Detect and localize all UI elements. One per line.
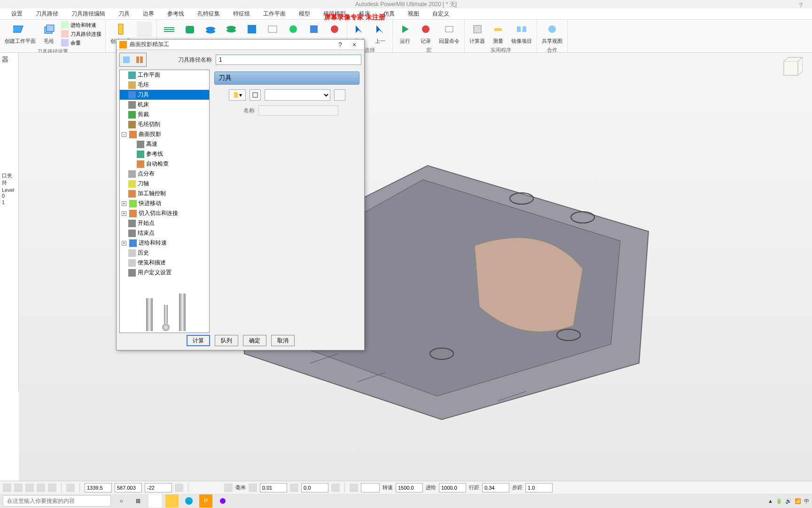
windows-search-input[interactable] bbox=[3, 495, 111, 507]
taskbar-app-1[interactable] bbox=[148, 494, 162, 508]
coord-y-input[interactable] bbox=[115, 483, 142, 492]
powermill-icon[interactable]: P bbox=[199, 494, 212, 508]
speed-input[interactable] bbox=[396, 483, 423, 492]
menu-pattern[interactable]: 参考线 bbox=[161, 8, 191, 19]
tree-item[interactable]: +快进移动 bbox=[120, 198, 209, 208]
mode-list-button[interactable] bbox=[133, 53, 146, 66]
tool-lock-button[interactable] bbox=[250, 89, 261, 101]
calculate-button[interactable]: 计算 bbox=[187, 335, 210, 346]
sb-input-extra[interactable] bbox=[361, 483, 380, 492]
grid-icon[interactable] bbox=[66, 484, 75, 492]
taskview-icon[interactable]: ⊞ bbox=[132, 494, 145, 508]
create-workplane-button[interactable]: 创建工作平面 bbox=[3, 21, 38, 46]
verify-2-button[interactable] bbox=[304, 21, 323, 38]
verify-3-button[interactable] bbox=[325, 21, 344, 38]
strategy-6-button[interactable] bbox=[263, 21, 282, 38]
menu-hole[interactable]: 孔特征集 bbox=[191, 8, 226, 19]
menu-workplane[interactable]: 工作平面 bbox=[257, 8, 292, 19]
menu-tool[interactable]: 刀具 bbox=[112, 8, 136, 19]
tree-item[interactable]: 刀轴 bbox=[120, 179, 209, 189]
ok-button[interactable]: 确定 bbox=[243, 335, 266, 346]
tree-item[interactable]: 高速 bbox=[120, 139, 209, 149]
cortana-icon[interactable]: ○ bbox=[115, 494, 128, 508]
ime-indicator[interactable]: 中 bbox=[804, 498, 809, 505]
strategy-2-button[interactable] bbox=[180, 21, 199, 38]
measure-button[interactable]: 测量 bbox=[489, 21, 508, 46]
queue-button[interactable]: 队列 bbox=[215, 335, 238, 346]
menu-feature[interactable]: 特征组 bbox=[226, 8, 257, 19]
tol-icon[interactable] bbox=[249, 484, 257, 492]
verify-1-button[interactable] bbox=[284, 21, 303, 38]
tree-item[interactable]: 便笺和描述 bbox=[120, 258, 209, 268]
dialog-help-icon[interactable]: ? bbox=[333, 41, 347, 48]
tree-item[interactable]: 点分布 bbox=[120, 169, 209, 179]
tree-item[interactable]: 刀具 bbox=[120, 90, 209, 100]
tool-select[interactable] bbox=[265, 89, 330, 101]
menu-toolpath-edit[interactable]: 刀具路径编辑 bbox=[65, 8, 112, 19]
sb-icon-3[interactable] bbox=[25, 484, 34, 492]
sb-icon-7[interactable] bbox=[331, 484, 340, 492]
help-icon[interactable]: ? bbox=[799, 1, 803, 9]
strategy-4-button[interactable] bbox=[222, 21, 241, 38]
menu-view[interactable]: 视图 bbox=[401, 8, 426, 19]
tolerance-input[interactable] bbox=[260, 483, 287, 492]
sb-icon-8[interactable] bbox=[350, 484, 358, 492]
calculator-button[interactable]: 计算器 bbox=[468, 21, 487, 46]
explorer-icon[interactable] bbox=[165, 494, 179, 508]
sb-icon-5[interactable] bbox=[48, 484, 56, 492]
step-input[interactable] bbox=[525, 483, 553, 492]
offset-icon[interactable] bbox=[290, 484, 298, 492]
tree-item[interactable]: -曲面投影 bbox=[120, 129, 209, 139]
tree-item[interactable]: +进给和转速 bbox=[120, 238, 209, 248]
sb-icon-4[interactable] bbox=[37, 484, 45, 492]
sb-icon-2[interactable] bbox=[14, 484, 23, 492]
tree-item[interactable]: +切入切出和连接 bbox=[120, 208, 209, 218]
feeds-speeds-button[interactable]: 进给和转速 bbox=[60, 21, 102, 29]
view-cube[interactable] bbox=[779, 56, 803, 80]
mode-icon-button[interactable] bbox=[120, 53, 133, 66]
tool-name-input[interactable] bbox=[258, 105, 338, 116]
tree-item[interactable]: 加工轴控制 bbox=[120, 189, 209, 198]
toolpath-conn-button[interactable]: 刀具路径连接 bbox=[60, 30, 102, 38]
toolpath-name-input[interactable] bbox=[216, 55, 361, 65]
tray-icon[interactable]: ▲ bbox=[768, 498, 773, 504]
coord-x-input[interactable] bbox=[85, 483, 112, 492]
menu-custom[interactable]: 自定义 bbox=[426, 8, 456, 19]
wifi-icon[interactable]: 📶 bbox=[795, 498, 801, 504]
tree-item[interactable]: 毛坯 bbox=[120, 80, 209, 90]
menu-boundary[interactable]: 边界 bbox=[136, 8, 161, 19]
tree-item[interactable]: 剪裁 bbox=[120, 110, 209, 119]
tool-edit-button[interactable] bbox=[334, 89, 345, 101]
edge-icon[interactable] bbox=[182, 494, 195, 508]
sb-icon-6[interactable] bbox=[175, 484, 183, 492]
dialog-close-icon[interactable]: × bbox=[347, 41, 361, 48]
volume-icon[interactable]: 🔊 bbox=[785, 498, 792, 504]
recorder-icon[interactable] bbox=[216, 494, 229, 508]
macro-run-button[interactable]: 运行 bbox=[396, 21, 414, 46]
share-view-button[interactable]: 共享视图 bbox=[540, 21, 564, 46]
menu-toolpath[interactable]: 刀具路径 bbox=[29, 8, 65, 19]
select-prev-button[interactable]: 上一 bbox=[371, 21, 390, 46]
coord-z-input[interactable] bbox=[145, 483, 172, 492]
tree-item[interactable]: 参考线 bbox=[120, 149, 209, 159]
tool-picker-button[interactable]: ▾ bbox=[229, 89, 246, 101]
strategy-3-button[interactable] bbox=[201, 21, 220, 38]
strategy-1-button[interactable] bbox=[160, 21, 179, 38]
unit-icon[interactable] bbox=[224, 484, 233, 492]
dialog-titlebar[interactable]: 曲面投影精加工 ? × bbox=[117, 40, 364, 50]
tree-item[interactable]: 自动检查 bbox=[120, 159, 209, 169]
tool-extra-button[interactable] bbox=[135, 21, 154, 38]
offset-input[interactable] bbox=[301, 483, 328, 492]
macro-record-button[interactable]: 记录 bbox=[416, 21, 435, 46]
menu-model[interactable]: 模型 bbox=[292, 8, 317, 19]
strategy-5-button[interactable] bbox=[242, 21, 261, 38]
tree-item[interactable]: 历史 bbox=[120, 248, 209, 258]
dist-input[interactable] bbox=[482, 483, 509, 492]
tree-item[interactable]: 毛坯切削 bbox=[120, 119, 209, 129]
tree-item[interactable]: 用户定义设置 bbox=[120, 268, 209, 278]
tree-item[interactable]: 机床 bbox=[120, 100, 209, 110]
cancel-button[interactable]: 取消 bbox=[271, 335, 295, 346]
tree-item[interactable]: 结束点 bbox=[120, 228, 209, 238]
feed-input[interactable] bbox=[439, 483, 466, 492]
tree-item[interactable]: 开始点 bbox=[120, 218, 209, 228]
